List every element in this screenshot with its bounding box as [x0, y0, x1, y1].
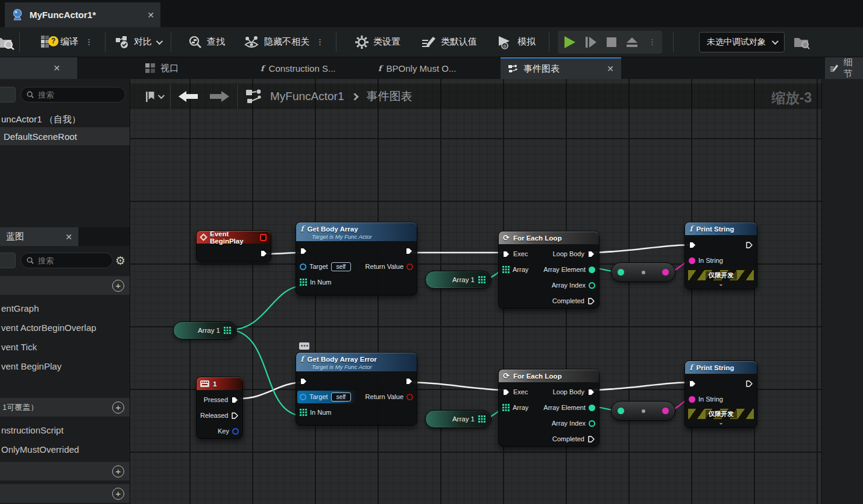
- array-index-pin[interactable]: [589, 282, 595, 289]
- event-graph-tab-close-icon[interactable]: ✕: [607, 64, 614, 74]
- node-print-string-top[interactable]: f Print String In String 仅限开发 ⌄: [684, 222, 757, 289]
- breadcrumb-root[interactable]: MyFuncActor1: [270, 90, 344, 103]
- exec-in-pin[interactable]: [502, 250, 510, 258]
- bookmarks-button[interactable]: [146, 92, 163, 102]
- eject-button[interactable]: [624, 35, 640, 49]
- graphs-section-header[interactable]: +: [0, 276, 130, 295]
- graph-item-tick[interactable]: vent Tick: [0, 338, 130, 356]
- play-button[interactable]: [561, 34, 577, 50]
- function-item-bponlymustoverrided[interactable]: OnlyMustOverrided: [0, 440, 130, 458]
- exec-in-pin[interactable]: [300, 377, 308, 385]
- conversion-out-pin[interactable]: [662, 269, 669, 276]
- blueprint-settings-gear-icon[interactable]: ⚙: [115, 254, 125, 268]
- tab-details[interactable]: 细节: [825, 57, 863, 79]
- array-out-pin[interactable]: [478, 415, 485, 423]
- node-print-string-bottom[interactable]: f Print String In String 仅限开发 ⌄: [684, 361, 757, 428]
- asset-tab[interactable]: MyFuncActor1* ✕: [5, 2, 160, 27]
- expand-chevron-icon[interactable]: ⌄: [685, 419, 757, 427]
- key-struct-pin[interactable]: [232, 428, 239, 435]
- my-blueprint-search-input[interactable]: [38, 256, 107, 265]
- hide-unrelated-button[interactable]: 隐藏不相关 ⋮: [237, 31, 332, 53]
- stop-button[interactable]: [605, 36, 618, 49]
- my-blueprint-tab-close-icon[interactable]: ✕: [65, 232, 72, 242]
- macros-section-header[interactable]: +: [0, 462, 130, 480]
- node-foreach-loop-top[interactable]: ⟳ For Each Loop Exec Loop Body Array Arr…: [498, 231, 599, 309]
- nav-forward-arrow-icon[interactable]: [209, 90, 230, 102]
- tab-bponly-must-overrided[interactable]: f BPOnly Must O...: [371, 57, 463, 79]
- component-item-self[interactable]: uncActor1 （自我）: [0, 110, 130, 128]
- in-string-pin[interactable]: [689, 396, 695, 403]
- released-exec-pin[interactable]: [231, 412, 239, 420]
- in-string-pin[interactable]: [689, 257, 695, 264]
- target-self-value[interactable]: self: [331, 392, 352, 402]
- add-new-button[interactable]: [0, 253, 16, 268]
- node-event-beginplay[interactable]: Event BeginPlay: [196, 230, 271, 262]
- exec-in-pin[interactable]: [689, 241, 697, 249]
- class-defaults-button[interactable]: 类默认值: [415, 31, 483, 53]
- conversion-out-pin[interactable]: [662, 408, 669, 414]
- node-tostring-conversion-bottom[interactable]: [611, 401, 675, 421]
- node-foreach-loop-bottom[interactable]: ⟳ For Each Loop Exec Loop Body Array Arr…: [498, 369, 599, 447]
- exec-out-pin[interactable]: [405, 247, 413, 255]
- tab-viewport[interactable]: 视口: [138, 57, 186, 79]
- add-graph-icon[interactable]: +: [112, 280, 124, 292]
- graph-item-actorbeginoverlap[interactable]: vent ActorBeginOverlap: [0, 318, 130, 336]
- array-pin[interactable]: [300, 279, 307, 286]
- node-comment-bubble-icon[interactable]: [299, 342, 309, 350]
- compile-button[interactable]: ? 编译 ⋮: [34, 31, 101, 53]
- nav-back-arrow-icon[interactable]: [178, 90, 198, 102]
- exec-out-pin[interactable]: [405, 377, 413, 385]
- conversion-in-pin[interactable]: [618, 408, 624, 414]
- add-function-icon[interactable]: +: [112, 402, 124, 414]
- expand-chevron-icon[interactable]: ⌄: [685, 280, 757, 288]
- class-settings-button[interactable]: 类设置: [349, 31, 406, 53]
- exec-in-pin[interactable]: [502, 388, 510, 396]
- node-get-body-array-error[interactable]: fGet Body Array Error Target is My Func …: [296, 352, 417, 426]
- target-pin[interactable]: [300, 394, 306, 400]
- functions-section-header[interactable]: 1可覆盖） +: [0, 398, 130, 417]
- components-tab-close-icon[interactable]: ✕: [53, 63, 60, 73]
- array-element-pin[interactable]: [589, 266, 595, 273]
- tab-event-graph[interactable]: 事件图表 ✕: [501, 57, 621, 79]
- hide-unrelated-options-icon[interactable]: ⋮: [314, 39, 326, 45]
- target-pin[interactable]: [300, 263, 306, 270]
- browse-debug-object-icon[interactable]: [793, 35, 811, 49]
- event-graph-canvas[interactable]: MyFuncActor1 事件图表 缩放-3 Event BeginPlay f…: [130, 79, 821, 504]
- compile-options-icon[interactable]: ⋮: [83, 39, 95, 45]
- add-component-button[interactable]: [0, 87, 16, 102]
- completed-exec-pin[interactable]: [587, 435, 595, 443]
- asset-tab-close-icon[interactable]: ✕: [147, 10, 154, 20]
- pressed-exec-pin[interactable]: [231, 396, 239, 404]
- node-array1-get-left[interactable]: Array 1: [173, 321, 237, 339]
- components-search[interactable]: [21, 87, 125, 102]
- simulate-button[interactable]: ⚙ 模拟: [490, 31, 542, 53]
- breadcrumb-current[interactable]: 事件图表: [366, 89, 412, 104]
- add-variable-icon[interactable]: +: [112, 488, 124, 500]
- exec-out-pin[interactable]: [260, 250, 268, 257]
- exec-in-pin[interactable]: [300, 247, 308, 255]
- exec-out-pin[interactable]: [745, 241, 753, 249]
- components-panel-tab[interactable]: ✕: [0, 57, 77, 79]
- return-value-pin[interactable]: [406, 394, 413, 400]
- node-tostring-conversion-top[interactable]: [611, 262, 675, 282]
- node-key-event-1[interactable]: 1 Pressed Released Key: [196, 377, 243, 439]
- components-search-input[interactable]: [38, 90, 119, 99]
- array-out-pin[interactable]: [478, 276, 485, 283]
- array-pin[interactable]: [502, 266, 510, 273]
- frame-skip-button[interactable]: [583, 34, 599, 50]
- loop-body-exec-pin[interactable]: [587, 250, 595, 258]
- browse-asset-icon[interactable]: [0, 34, 16, 50]
- variables-section-header[interactable]: +: [0, 484, 130, 503]
- diff-button[interactable]: 对比: [109, 31, 167, 53]
- completed-exec-pin[interactable]: [587, 297, 595, 305]
- node-array1-get-bottom[interactable]: Array 1: [425, 410, 492, 428]
- node-array1-get-top[interactable]: Array 1: [425, 271, 492, 289]
- return-value-pin[interactable]: [406, 263, 413, 270]
- loop-body-exec-pin[interactable]: [587, 388, 595, 396]
- target-self-value[interactable]: self: [331, 262, 352, 271]
- add-macro-icon[interactable]: +: [112, 465, 124, 477]
- conversion-in-pin[interactable]: [618, 269, 624, 276]
- find-button[interactable]: 查找: [182, 31, 231, 53]
- function-item-constructionscript[interactable]: nstructionScript: [0, 421, 130, 439]
- array-pin[interactable]: [300, 409, 307, 416]
